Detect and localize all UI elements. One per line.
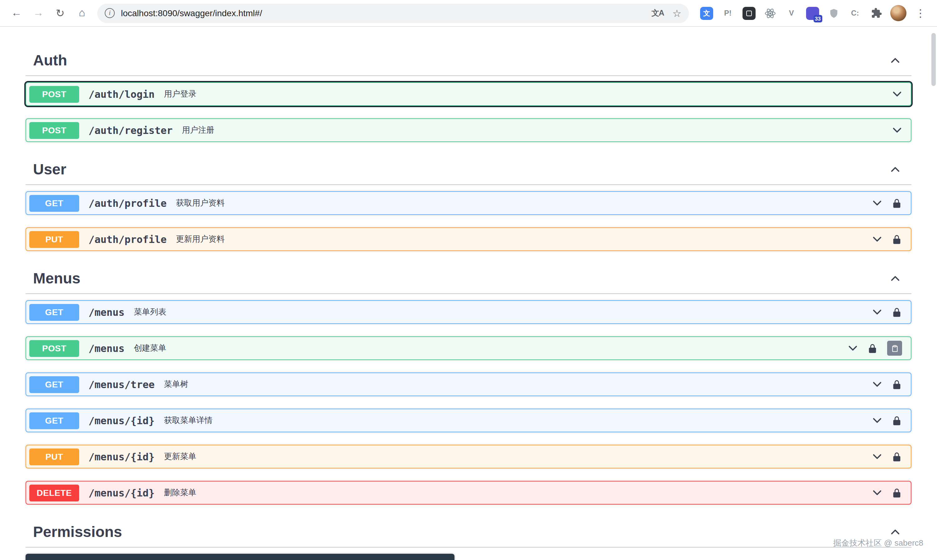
auth-lock-icon[interactable]	[867, 343, 878, 354]
operation-path: /auth/profile	[88, 197, 167, 209]
site-info-icon[interactable]: i	[105, 8, 115, 18]
operation-summary: 获取用户资料	[176, 197, 224, 209]
operation-row[interactable]: POST /auth/login 用户登录	[26, 82, 911, 106]
auth-lock-icon[interactable]	[891, 379, 902, 390]
chevron-down-icon[interactable]	[892, 125, 902, 135]
extension-p-icon[interactable]: P!	[720, 5, 736, 21]
method-badge: GET	[29, 412, 79, 429]
auth-lock-icon[interactable]	[891, 307, 902, 317]
profile-avatar[interactable]	[890, 5, 906, 21]
chevron-up-icon	[890, 165, 900, 174]
browser-menu-button[interactable]: ⋮	[910, 3, 931, 23]
clipboard-icon	[891, 344, 898, 352]
auth-lock-icon[interactable]	[891, 415, 902, 426]
method-badge: POST	[29, 86, 79, 103]
chevron-down-icon[interactable]	[872, 452, 882, 462]
extension-react-atom-icon[interactable]	[763, 5, 778, 21]
chevron-down-icon[interactable]	[872, 379, 882, 389]
section-header[interactable]: Menus	[26, 263, 911, 294]
operation-actions	[848, 341, 902, 356]
shield-icon	[829, 8, 839, 18]
puzzle-icon	[871, 8, 882, 19]
section-operations	[26, 548, 911, 560]
api-sections: Auth POST /auth/login 用户登录 POST /auth/re…	[26, 27, 911, 560]
section-operations: GET /auth/profile 获取用户资料 PUT /auth/profi…	[26, 185, 911, 251]
api-section: Menus GET /menus 菜单列表 POST /menus 创建菜单	[26, 263, 911, 505]
section-collapse-button[interactable]	[889, 272, 901, 285]
operation-path: /auth/login	[88, 88, 154, 100]
auth-lock-icon[interactable]	[891, 488, 902, 498]
section-collapse-button[interactable]	[889, 163, 901, 176]
operation-row[interactable]: POST /auth/register 用户注册	[26, 118, 911, 142]
section-operations: POST /auth/login 用户登录 POST /auth/registe…	[26, 76, 911, 142]
operation-row[interactable]: DELETE /menus/{id} 删除菜单	[26, 481, 911, 505]
section-header[interactable]: Auth	[26, 46, 911, 76]
back-button[interactable]: ←	[6, 3, 27, 23]
operation-path: /menus/{id}	[88, 415, 154, 426]
operation-row[interactable]: GET /menus/tree 菜单树	[26, 372, 911, 396]
operation-actions	[872, 379, 902, 390]
bookmark-star-icon[interactable]: ☆	[672, 7, 681, 19]
operation-row[interactable]: GET /auth/profile 获取用户资料	[26, 191, 911, 215]
operation-path: /menus/{id}	[88, 451, 154, 463]
operation-actions	[872, 198, 902, 208]
extension-translate-icon[interactable]: 文	[699, 5, 715, 21]
operation-actions	[892, 89, 902, 99]
operation-row[interactable]: GET /menus/{id} 获取菜单详情	[26, 409, 911, 432]
extension-v-icon[interactable]: V	[784, 5, 799, 21]
operation-summary: 更新用户资料	[176, 234, 224, 245]
operation-row[interactable]: PUT /auth/profile 更新用户资料	[26, 228, 911, 251]
section-title: Permissions	[33, 523, 122, 541]
extensions-row: 文 P! V 33 C:	[696, 5, 886, 21]
operation-row-partial[interactable]	[26, 554, 454, 560]
snippet-button[interactable]	[887, 341, 902, 356]
operation-path: /menus	[88, 342, 125, 354]
chevron-up-icon	[890, 274, 900, 283]
operation-summary: 创建菜单	[134, 343, 167, 354]
chevron-down-icon[interactable]	[872, 307, 882, 317]
operation-summary: 菜单树	[164, 379, 188, 390]
extension-shield-icon[interactable]	[826, 5, 841, 21]
extension-purple-icon[interactable]: 33	[805, 5, 820, 21]
method-badge: GET	[29, 376, 79, 393]
chevron-down-icon[interactable]	[872, 415, 882, 425]
section-header[interactable]: Permissions	[26, 517, 911, 548]
operation-path: /auth/register	[88, 124, 173, 136]
refresh-button[interactable]: ↻	[50, 3, 71, 23]
screen: ← → ↻ ⌂ i localhost:8090/swagger/index.h…	[0, 0, 937, 560]
operation-actions	[872, 451, 902, 462]
method-badge: PUT	[29, 448, 79, 465]
auth-lock-icon[interactable]	[891, 198, 902, 208]
scrollbar-thumb[interactable]	[931, 33, 936, 86]
chevron-down-icon[interactable]	[872, 234, 882, 244]
section-header[interactable]: User	[26, 154, 911, 185]
watermark: 掘金技术社区 @ saberc8	[833, 538, 923, 549]
url-text[interactable]: localhost:8090/swagger/index.html#/	[121, 8, 651, 18]
forward-button[interactable]: →	[28, 3, 49, 23]
chevron-down-icon[interactable]	[892, 89, 902, 99]
operation-summary: 获取菜单详情	[164, 415, 213, 426]
operation-actions	[872, 488, 902, 498]
operation-summary: 用户登录	[164, 88, 196, 100]
home-button[interactable]: ⌂	[72, 3, 92, 23]
method-badge: PUT	[29, 231, 79, 248]
browser-toolbar: ← → ↻ ⌂ i localhost:8090/swagger/index.h…	[0, 0, 937, 27]
address-bar[interactable]: i localhost:8090/swagger/index.html#/ 文A…	[97, 3, 689, 23]
extension-c-icon[interactable]: C:	[847, 5, 863, 21]
operation-row[interactable]: PUT /menus/{id} 更新菜单	[26, 445, 911, 468]
chevron-down-icon[interactable]	[848, 343, 858, 353]
auth-lock-icon[interactable]	[891, 234, 902, 245]
method-badge: POST	[29, 122, 79, 138]
extensions-puzzle-icon[interactable]	[868, 5, 884, 21]
api-section: Auth POST /auth/login 用户登录 POST /auth/re…	[26, 46, 911, 142]
chevron-down-icon[interactable]	[872, 198, 882, 208]
translate-icon[interactable]: 文A	[651, 8, 664, 18]
section-operations: GET /menus 菜单列表 POST /menus 创建菜单	[26, 294, 911, 505]
section-collapse-button[interactable]	[889, 526, 901, 538]
operation-row[interactable]: GET /menus 菜单列表	[26, 300, 911, 324]
section-collapse-button[interactable]	[889, 54, 901, 67]
chevron-down-icon[interactable]	[872, 488, 882, 498]
auth-lock-icon[interactable]	[891, 451, 902, 462]
extension-dark-icon[interactable]	[741, 5, 757, 21]
operation-row[interactable]: POST /menus 创建菜单	[26, 336, 911, 360]
